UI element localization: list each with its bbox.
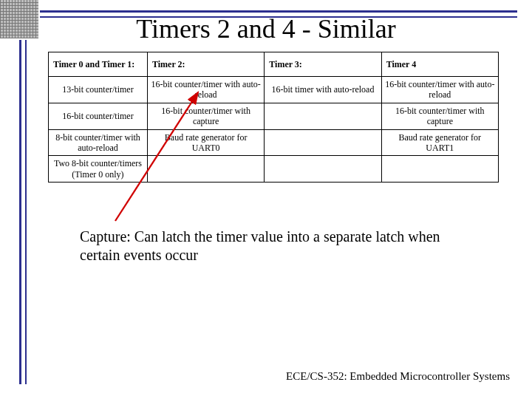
- table-row: 16-bit counter/timer 16-bit counter/time…: [49, 103, 499, 129]
- col-header: Timer 3:: [265, 52, 381, 77]
- table-row: 8-bit counter/timer with auto-reload Bau…: [49, 129, 499, 156]
- left-rule-thin: [25, 10, 27, 384]
- table-cell: 16-bit counter/timer with capture: [147, 103, 264, 129]
- table-cell: Two 8-bit counter/timers (Timer 0 only): [49, 156, 148, 183]
- table-cell: 16-bit counter/timer: [49, 103, 148, 129]
- table-cell: [265, 129, 381, 156]
- table-cell: 16-bit counter/timer with capture: [381, 103, 498, 129]
- table-row: 13-bit counter/timer 16-bit counter/time…: [49, 77, 499, 103]
- col-header: Timer 0 and Timer 1:: [49, 52, 148, 77]
- table-cell: [147, 156, 264, 183]
- timer-comparison-table: Timer 0 and Timer 1: Timer 2: Timer 3: T…: [48, 52, 499, 183]
- table-cell: 16-bit counter/timer with auto-reload: [381, 77, 498, 103]
- left-rule-thick: [19, 10, 21, 384]
- col-header: Timer 2:: [147, 52, 264, 77]
- table-cell: Baud rate generator for UART1: [381, 129, 498, 156]
- table-cell: 13-bit counter/timer: [49, 77, 148, 103]
- footer-text: ECE/CS-352: Embedded Microcontroller Sys…: [286, 370, 510, 383]
- col-header: Timer 4: [381, 52, 498, 77]
- table-row: Two 8-bit counter/timers (Timer 0 only): [49, 156, 499, 183]
- table-cell: Baud rate generator for UART0: [147, 129, 264, 156]
- top-rule-thick: [9, 10, 517, 13]
- slide: Timers 2 and 4 - Similar Timer 0 and Tim…: [0, 0, 532, 399]
- table-cell: [381, 156, 498, 183]
- table-cell: 16-bit timer with auto-reload: [265, 77, 381, 103]
- slide-title: Timers 2 and 4 - Similar: [0, 13, 532, 44]
- table-cell: 16-bit counter/timer with auto-reload: [147, 77, 264, 103]
- table-header-row: Timer 0 and Timer 1: Timer 2: Timer 3: T…: [49, 52, 499, 77]
- caption-text: Capture: Can latch the timer value into …: [80, 228, 464, 265]
- table-cell: [265, 103, 381, 129]
- table-cell: [265, 156, 381, 183]
- table-cell: 8-bit counter/timer with auto-reload: [49, 129, 148, 156]
